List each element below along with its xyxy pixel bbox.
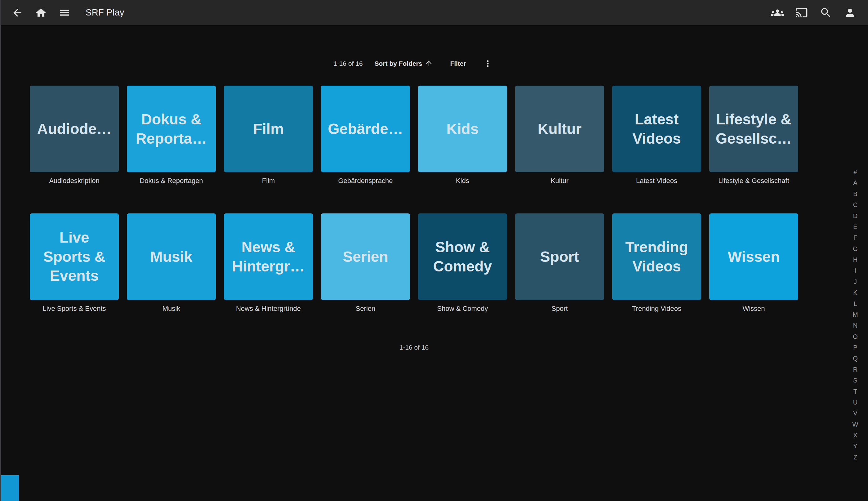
folder-card-serien[interactable]: Serien Serien (321, 213, 410, 313)
sort-button[interactable]: Sort by Folders (371, 58, 436, 70)
tile-text: Sport (540, 247, 579, 266)
app-bar-actions (771, 6, 857, 20)
folder-card-kids[interactable]: Kids Kids (418, 86, 507, 185)
alpha-letter[interactable]: E (853, 224, 857, 230)
folder-card-latest-videos[interactable]: Latest Videos Latest Videos (612, 86, 701, 185)
folder-tile: News & Hintergr… (224, 213, 313, 300)
card-label: Kultur (515, 176, 604, 185)
alpha-letter[interactable]: A (853, 180, 857, 186)
folder-card-gebaerdensprache[interactable]: Gebärde… Gebärdensprache (321, 86, 410, 185)
tile-text: Wissen (728, 247, 780, 266)
card-label: Kids (418, 176, 507, 185)
alpha-letter[interactable]: P (853, 344, 857, 351)
user-button[interactable] (843, 6, 857, 20)
folder-card-show-comedy[interactable]: Show & Comedy Show & Comedy (418, 213, 507, 313)
group-icon (771, 6, 784, 19)
folder-tile: Show & Comedy (418, 213, 507, 300)
folder-tile: Musik (127, 213, 216, 300)
alpha-letter[interactable]: O (853, 333, 858, 340)
folder-tile: Wissen (709, 213, 798, 300)
tile-text: Lifestyle & Gesellsc… (716, 110, 792, 148)
alpha-letter[interactable]: # (854, 169, 857, 175)
tile-text: Trending Videos (625, 238, 688, 276)
folder-tile: Gebärde… (321, 86, 410, 172)
alpha-letter[interactable]: Z (854, 454, 857, 460)
home-icon (35, 7, 47, 19)
folder-tile: Serien (321, 213, 410, 300)
alpha-letter[interactable]: C (853, 202, 857, 208)
menu-button[interactable] (58, 6, 71, 20)
alpha-letter[interactable]: N (853, 322, 857, 329)
folder-card-dokus-reportagen[interactable]: Dokus & Reporta… Dokus & Reportagen (127, 86, 216, 185)
filter-label: Filter (450, 60, 466, 67)
alpha-letter[interactable]: B (853, 191, 857, 197)
alpha-letter[interactable]: I (854, 267, 856, 274)
alpha-letter[interactable]: F (854, 235, 857, 241)
tile-text: Gebärde… (328, 119, 403, 138)
alpha-letter[interactable]: L (854, 301, 857, 307)
alpha-letter[interactable]: K (853, 289, 857, 296)
alpha-letter[interactable]: D (853, 213, 857, 219)
folder-card-lifestyle-gesellschaft[interactable]: Lifestyle & Gesellsc… Lifestyle & Gesell… (709, 86, 798, 185)
arrow-up-icon (425, 60, 433, 68)
footer-item-count: 1-16 of 16 (30, 344, 798, 351)
folder-tile: Film (224, 86, 313, 172)
card-label: Trending Videos (612, 304, 701, 313)
tile-text: Dokus & Reporta… (136, 110, 207, 148)
folder-card-news-hintergruende[interactable]: News & Hintergr… News & Hintergründe (224, 213, 313, 313)
arrow-back-icon (11, 7, 23, 19)
folder-tile: Trending Videos (612, 213, 701, 300)
filter-button[interactable]: Filter (447, 58, 469, 69)
more-button[interactable] (481, 57, 495, 71)
folder-card-sport[interactable]: Sport Sport (515, 213, 604, 313)
alpha-letter[interactable]: Q (853, 355, 858, 361)
card-label: Wissen (709, 304, 798, 313)
cast-button[interactable] (795, 6, 809, 20)
card-label: News & Hintergründe (224, 304, 313, 313)
back-button[interactable] (11, 6, 24, 20)
alpha-letter[interactable]: Y (853, 443, 857, 449)
card-label: Musik (127, 304, 216, 313)
card-label: Show & Comedy (418, 304, 507, 313)
folder-card-trending-videos[interactable]: Trending Videos Trending Videos (612, 213, 701, 313)
alpha-letter[interactable]: T (854, 388, 857, 395)
tile-text: Musik (150, 247, 192, 266)
tile-text: Show & Comedy (433, 238, 492, 276)
alpha-letter[interactable]: X (853, 432, 857, 438)
folder-tile: Dokus & Reporta… (127, 86, 216, 172)
scrollbar-track[interactable] (0, 0, 1, 501)
tile-text: Kultur (538, 119, 582, 138)
folder-tile: Audiode… (30, 86, 119, 172)
folder-card-film[interactable]: Film Film (224, 86, 313, 185)
folder-card-audiodeskription[interactable]: Audiode… Audiodeskription (30, 86, 119, 185)
alpha-letter[interactable]: G (853, 246, 858, 252)
alpha-letter[interactable]: J (854, 279, 857, 285)
search-button[interactable] (819, 6, 833, 20)
alpha-letter[interactable]: U (853, 399, 857, 405)
library-grid: Audiode… Audiodeskription Dokus & Report… (30, 86, 798, 313)
library-toolbar: 1-16 of 16 Sort by Folders Filter (30, 56, 798, 71)
folder-card-musik[interactable]: Musik Musik (127, 213, 216, 313)
folder-tile: Kultur (515, 86, 604, 172)
cast-icon (795, 7, 808, 19)
alpha-letter[interactable]: M (853, 311, 858, 318)
alpha-letter[interactable]: S (853, 377, 857, 383)
alpha-letter[interactable]: H (853, 257, 857, 263)
folder-tile: Lifestyle & Gesellsc… (709, 86, 798, 172)
home-button[interactable] (34, 6, 48, 20)
tile-text: News & Hintergr… (232, 238, 305, 276)
folder-tile: Latest Videos (612, 86, 701, 172)
folder-card-kultur[interactable]: Kultur Kultur (515, 86, 604, 185)
card-label: Film (224, 176, 313, 185)
folder-tile: Kids (418, 86, 507, 172)
alpha-letter[interactable]: W (853, 421, 858, 427)
folder-card-live-sports-events[interactable]: Live Sports & Events Live Sports & Event… (30, 213, 119, 313)
syncplay-button[interactable] (771, 6, 784, 20)
user-icon (844, 7, 856, 19)
tile-text: Live Sports & Events (43, 228, 105, 285)
folder-card-wissen[interactable]: Wissen Wissen (709, 213, 798, 313)
more-vert-icon (483, 58, 493, 68)
menu-icon (58, 7, 70, 19)
alpha-letter[interactable]: V (853, 410, 857, 416)
alpha-letter[interactable]: R (853, 366, 857, 373)
